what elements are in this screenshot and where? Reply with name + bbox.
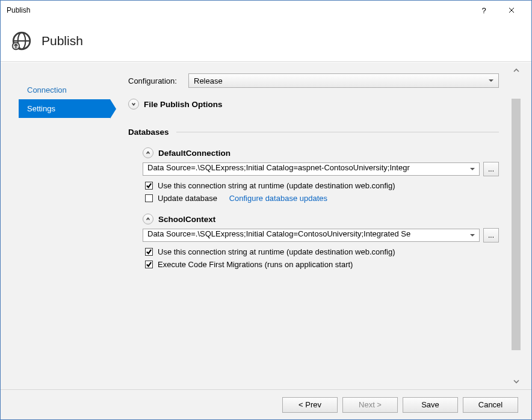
databases-section-label: Databases [128,128,169,137]
prev-button[interactable]: < Prev [282,397,338,413]
sidebar-item-label: Connection [27,85,67,94]
divider [176,132,499,132]
database-block: SchoolContext Data Source=.\SQLExpress;I… [143,214,499,269]
defaultconnection-browse-button[interactable]: ... [483,162,499,176]
chevron-down-icon [128,99,139,110]
execute-migrations-checkbox[interactable] [145,261,153,268]
configuration-label: Configuration: [128,76,188,85]
chevron-up-icon [143,214,153,224]
help-button[interactable]: ? [470,1,498,20]
execute-migrations-label: Execute Code First Migrations (runs on a… [158,260,353,269]
header: Publish [1,20,531,62]
configure-database-updates-link[interactable]: Configure database updates [229,194,327,203]
close-button[interactable] [498,1,525,20]
sidebar-item-settings[interactable]: Settings [19,99,110,118]
sidebar: Connection Settings [1,63,110,389]
footer: < Prev Next > Save Cancel [1,389,531,419]
update-database-label: Update database [158,194,217,203]
main-panel: Configuration: Release File Publish Opti… [110,63,531,389]
cancel-button[interactable]: Cancel [463,397,518,413]
schoolcontext-expander[interactable]: SchoolContext [143,214,499,224]
defaultconnection-expander[interactable]: DefaultConnection [143,147,499,158]
defaultconnection-string-input[interactable]: Data Source=.\SQLExpress;Initial Catalog… [143,162,480,176]
update-database-checkbox[interactable] [145,194,153,202]
scroll-down-button[interactable] [512,377,521,386]
defaultconnection-title: DefaultConnection [158,149,230,158]
file-publish-options-expander[interactable]: File Publish Options [128,99,499,110]
next-button[interactable]: Next > [342,397,398,413]
page-title: Publish [42,34,83,48]
use-connstring-runtime-checkbox-2[interactable] [145,248,153,256]
database-block: DefaultConnection Data Source=.\SQLExpre… [143,147,499,203]
schoolcontext-browse-button[interactable]: ... [483,228,499,242]
scrollbar-thumb[interactable] [512,99,521,350]
close-icon [509,7,515,13]
schoolcontext-title: SchoolContext [158,215,215,224]
use-connstring-runtime-label: Use this connection string at runtime (u… [158,181,395,190]
window-title: Publish [7,6,470,14]
file-publish-options-label: File Publish Options [144,100,223,109]
sidebar-item-label: Settings [27,104,55,113]
chevron-up-icon [143,147,153,158]
use-connstring-runtime-checkbox[interactable] [145,182,153,190]
publish-icon [11,31,32,51]
configuration-select[interactable]: Release [188,73,499,88]
schoolcontext-string-input[interactable]: Data Source=.\SQLExpress;Initial Catalog… [143,229,480,242]
scroll-up-button[interactable] [512,66,521,75]
use-connstring-runtime-label-2: Use this connection string at runtime (u… [158,247,395,256]
save-button[interactable]: Save [403,397,458,413]
configuration-value: Release [194,76,223,85]
title-bar: Publish ? [1,1,531,20]
sidebar-item-connection[interactable]: Connection [19,81,110,99]
